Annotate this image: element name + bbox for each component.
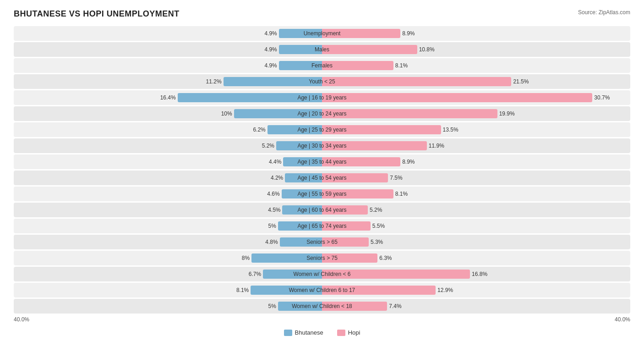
legend-pink: Hopi	[337, 329, 360, 336]
bar-row: 11.2% Youth < 25 21.5%	[14, 74, 630, 89]
bar-pink	[322, 205, 368, 215]
legend-blue: Bhutanese	[284, 329, 323, 336]
pink-value: 19.9%	[499, 110, 515, 117]
bar-row: 4.9% Females 8.1%	[14, 58, 630, 73]
bar-row: 5% Women w/ Children < 18 7.4%	[14, 299, 630, 314]
pink-value: 8.9%	[402, 30, 415, 37]
blue-value: 6.7%	[249, 271, 261, 277]
axis-left-label: 40.0%	[14, 316, 29, 323]
bar-row: 4.5% Age | 60 to 64 years 5.2%	[14, 203, 630, 217]
chart-header: BHUTANESE VS HOPI UNEMPLOYMENT Source: Z…	[14, 9, 630, 19]
bar-pink	[322, 270, 470, 279]
bar-pink	[322, 45, 417, 54]
bar-pink	[322, 157, 400, 166]
axis-labels: 40.0% 40.0%	[14, 316, 630, 323]
bar-blue	[234, 109, 322, 118]
bar-pink	[322, 189, 393, 198]
bar-blue	[280, 237, 322, 247]
bar-row: 4.2% Age | 45 to 54 years 7.5%	[14, 171, 630, 185]
bar-pink	[322, 302, 387, 311]
bar-blue	[267, 125, 322, 134]
pink-value: 10.8%	[419, 46, 435, 53]
bar-pink	[322, 173, 388, 182]
bar-blue	[279, 29, 322, 38]
bar-pink	[322, 237, 369, 247]
legend-pink-label: Hopi	[348, 329, 360, 336]
bar-blue	[263, 270, 322, 279]
bar-row: 5% Age | 65 to 74 years 5.5%	[14, 219, 630, 233]
bar-row: 5.2% Age | 30 to 34 years 11.9%	[14, 138, 630, 153]
pink-value: 5.2%	[370, 207, 382, 213]
blue-value: 8.1%	[236, 287, 249, 293]
blue-value: 5%	[268, 223, 276, 229]
chart-legend: Bhutanese Hopi	[14, 329, 630, 336]
bar-blue	[282, 189, 322, 198]
bar-blue	[282, 205, 322, 215]
bar-row: 4.9% Males 10.8%	[14, 42, 630, 57]
legend-blue-label: Bhutanese	[295, 329, 323, 336]
blue-value: 5%	[268, 303, 276, 309]
bar-blue	[251, 253, 322, 263]
chart-title: BHUTANESE VS HOPI UNEMPLOYMENT	[14, 9, 180, 19]
bar-blue	[251, 286, 322, 295]
blue-value: 4.2%	[271, 175, 283, 181]
blue-value: 8%	[242, 255, 250, 261]
pink-value: 5.5%	[372, 223, 385, 229]
blue-value: 4.8%	[265, 239, 278, 245]
blue-value: 4.9%	[264, 30, 277, 37]
bar-pink	[322, 61, 393, 70]
legend-pink-color	[337, 330, 345, 336]
bar-blue	[224, 77, 322, 86]
bar-pink	[322, 286, 436, 295]
bar-blue	[285, 173, 322, 182]
pink-value: 21.5%	[513, 78, 529, 85]
pink-value: 12.9%	[437, 287, 453, 293]
bar-pink	[322, 125, 441, 134]
bar-blue	[283, 157, 322, 166]
blue-value: 16.4%	[160, 94, 176, 101]
blue-value: 6.2%	[253, 127, 265, 133]
bar-pink	[322, 29, 400, 38]
chart-container: BHUTANESE VS HOPI UNEMPLOYMENT Source: Z…	[0, 0, 644, 347]
blue-value: 4.5%	[268, 207, 280, 213]
blue-value: 4.9%	[264, 62, 277, 69]
bar-blue	[278, 221, 322, 231]
pink-value: 30.7%	[594, 94, 610, 101]
chart-source: Source: ZipAtlas.com	[578, 9, 630, 16]
bar-pink	[322, 109, 497, 118]
bar-blue	[279, 45, 322, 54]
pink-value: 7.5%	[390, 175, 402, 181]
pink-value: 11.9%	[429, 143, 444, 149]
blue-value: 4.4%	[269, 159, 281, 165]
pink-value: 8.9%	[402, 159, 415, 165]
bar-pink	[322, 77, 511, 86]
blue-value: 11.2%	[206, 78, 222, 85]
blue-value: 10%	[221, 110, 232, 117]
blue-value: 5.2%	[262, 143, 274, 149]
axis-right-label: 40.0%	[615, 316, 630, 323]
bar-blue	[278, 302, 322, 311]
bar-blue	[279, 61, 322, 70]
bar-row: 4.8% Seniors > 65 5.3%	[14, 235, 630, 249]
pink-value: 5.3%	[371, 239, 383, 245]
bar-row: 8% Seniors > 75 6.3%	[14, 251, 630, 265]
bar-pink	[322, 93, 592, 102]
bar-row: 6.7% Women w/ Children < 6 16.8%	[14, 267, 630, 281]
bar-row: 16.4% Age | 16 to 19 years 30.7%	[14, 90, 630, 105]
pink-value: 8.1%	[395, 191, 408, 197]
rows-wrapper: 4.9% Unemployment 8.9% 4.9% Males 10.8%	[14, 26, 630, 314]
pink-value: 8.1%	[395, 62, 408, 69]
bar-blue	[276, 141, 322, 150]
bar-row: 4.9% Unemployment 8.9%	[14, 26, 630, 41]
pink-value: 7.4%	[389, 303, 401, 309]
bar-pink	[322, 141, 427, 150]
blue-value: 4.9%	[264, 46, 277, 53]
bar-pink	[322, 221, 371, 231]
bar-row: 4.6% Age | 55 to 59 years 8.1%	[14, 187, 630, 201]
bar-pink	[322, 253, 377, 263]
bar-row: 8.1% Women w/ Children 6 to 17 12.9%	[14, 283, 630, 297]
bar-blue	[178, 93, 322, 102]
bar-row: 10% Age | 20 to 24 years 19.9%	[14, 106, 630, 121]
blue-value: 4.6%	[267, 191, 279, 197]
bar-row: 6.2% Age | 25 to 29 years 13.5%	[14, 122, 630, 137]
